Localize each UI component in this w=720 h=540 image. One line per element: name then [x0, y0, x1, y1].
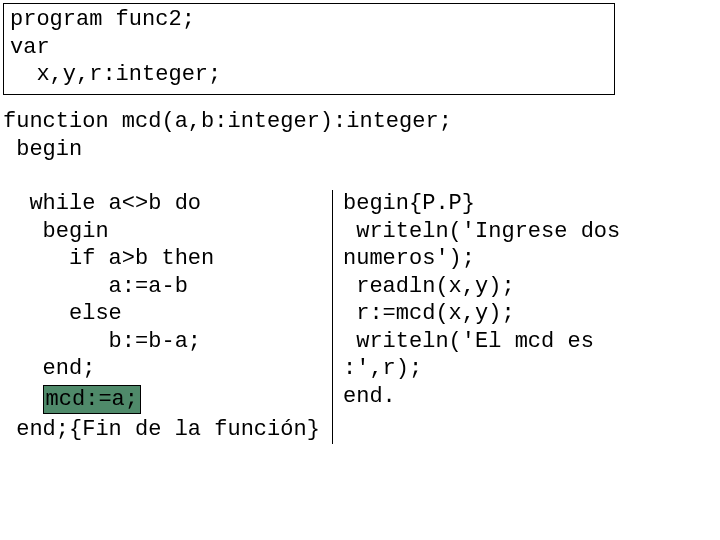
code-line: while a<>b do: [3, 190, 326, 218]
code-line: else: [3, 300, 326, 328]
function-declaration: function mcd(a,b:integer):integer; begin: [3, 108, 713, 163]
code-line: :',r);: [343, 355, 620, 383]
code-line: numeros');: [343, 245, 620, 273]
highlight-box: mcd:=a;: [43, 385, 141, 415]
highlighted-line: mcd:=a;: [3, 383, 326, 417]
code-line: begin{P.P}: [343, 190, 620, 218]
code-line: writeln('Ingrese dos: [343, 218, 620, 246]
code-line: if a>b then: [3, 245, 326, 273]
function-body-column: while a<>b do begin if a>b then a:=a-b e…: [3, 190, 333, 444]
two-column-code: while a<>b do begin if a>b then a:=a-b e…: [3, 190, 713, 444]
code-line: begin: [3, 136, 713, 164]
code-line: begin: [3, 218, 326, 246]
code-line: program func2;: [10, 6, 608, 34]
code-line: readln(x,y);: [343, 273, 620, 301]
header-box: program func2; var x,y,r:integer;: [3, 3, 615, 95]
code-line: b:=b-a;: [3, 328, 326, 356]
code-line: x,y,r:integer;: [10, 61, 608, 89]
code-line: end.: [343, 383, 620, 411]
code-line: end;: [3, 355, 326, 383]
code-line: function mcd(a,b:integer):integer;: [3, 108, 713, 136]
code-line: end;{Fin de la función}: [3, 416, 326, 444]
indent: [3, 387, 43, 412]
code-line: r:=mcd(x,y);: [343, 300, 620, 328]
code-line: writeln('El mcd es: [343, 328, 620, 356]
code-line: var: [10, 34, 608, 62]
main-program-column: begin{P.P} writeln('Ingrese dos numeros'…: [333, 190, 620, 444]
code-line: a:=a-b: [3, 273, 326, 301]
